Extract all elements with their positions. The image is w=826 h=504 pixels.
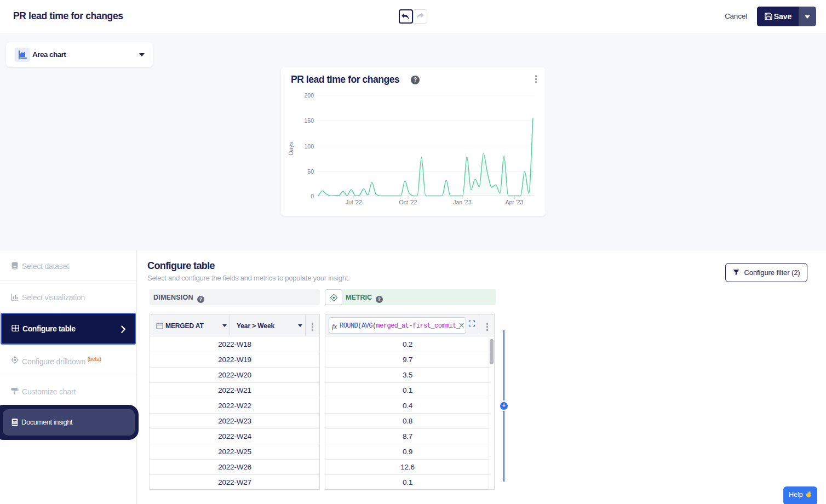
svg-text:200: 200: [304, 92, 314, 99]
svg-text:150: 150: [304, 117, 314, 124]
svg-text:Jan '23: Jan '23: [453, 199, 472, 205]
svg-text:Oct '22: Oct '22: [399, 199, 417, 205]
svg-text:Jul '22: Jul '22: [346, 199, 362, 205]
svg-text:50: 50: [307, 168, 314, 175]
svg-text:Apr '23: Apr '23: [506, 199, 524, 205]
svg-text:Days: Days: [288, 142, 294, 155]
svg-text:0: 0: [311, 193, 314, 199]
svg-text:100: 100: [304, 143, 314, 150]
